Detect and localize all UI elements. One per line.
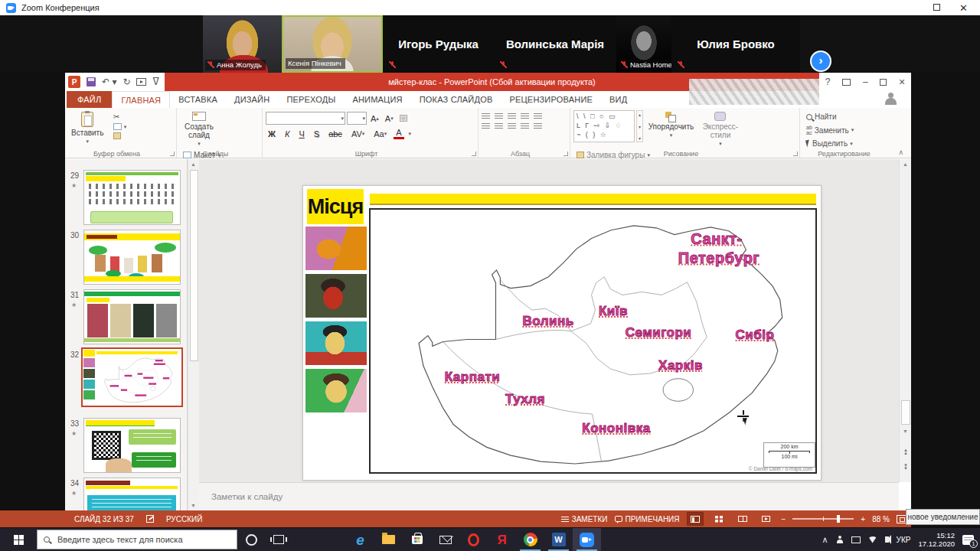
slide-thumbnail-31[interactable] — [83, 289, 181, 344]
slide-thumbnail-30[interactable] — [83, 230, 181, 285]
font-color-button[interactable]: А — [394, 128, 403, 139]
volume-icon[interactable] — [885, 536, 889, 543]
align-right-icon[interactable] — [508, 123, 516, 130]
scroll-up-icon[interactable]: ▲ — [903, 161, 908, 167]
align-left-icon[interactable] — [482, 123, 490, 130]
participant-tile-volynska[interactable]: Волинська Марія — [494, 15, 616, 73]
slide-thumbnail-34[interactable] — [83, 478, 181, 510]
save-icon[interactable] — [87, 77, 96, 86]
taskbar-app-zoom[interactable] — [573, 528, 601, 551]
taskbar-app-edge[interactable]: e — [346, 528, 374, 551]
popart-portrait-3[interactable] — [305, 321, 367, 365]
account-avatar[interactable] — [883, 93, 898, 105]
font-size-combobox[interactable]: ▾ — [347, 112, 367, 125]
change-case-button[interactable]: Aa▾ — [371, 129, 389, 139]
scroll-up-icon[interactable]: ▲ — [191, 161, 196, 167]
scroll-thumb[interactable] — [190, 170, 198, 361]
popart-portrait-1[interactable] — [305, 227, 367, 270]
action-center-icon[interactable]: 1 — [962, 535, 974, 545]
collapse-ribbon-icon[interactable]: ∧ — [898, 148, 903, 156]
line-spacing-icon[interactable] — [534, 113, 542, 120]
slide-thumbnail-33[interactable] — [83, 418, 181, 473]
paragraph-dialog-launcher[interactable] — [564, 152, 568, 156]
search-input[interactable] — [56, 534, 217, 545]
customize-qat-icon[interactable]: ᐁ — [152, 77, 158, 86]
tab-вставка[interactable]: ВСТАВКА — [170, 91, 226, 108]
notes-pane[interactable]: Заметки к слайду — [199, 482, 899, 510]
participant-tile-yulia[interactable]: Юлия Бровко — [671, 15, 800, 73]
task-view-button[interactable] — [265, 528, 292, 551]
thumbnails-scrollbar[interactable]: ▲ ▼ — [188, 159, 199, 510]
taskbar-app-mail[interactable] — [431, 528, 459, 551]
taskbar-app-yandex[interactable]: Я — [488, 528, 516, 551]
tab-дизайн[interactable]: ДИЗАЙН — [226, 91, 278, 108]
popart-portrait-4[interactable] — [305, 369, 367, 412]
next-participants-button[interactable]: › — [810, 51, 831, 72]
replace-button[interactable]: abacЗаменить▾ — [806, 125, 854, 135]
shrink-font-button[interactable]: A▾ — [383, 114, 396, 123]
show-hidden-icons[interactable]: ∧ — [822, 535, 828, 545]
participant-tile-igor[interactable]: Игорь Рудыка — [383, 15, 494, 73]
slide-sorter-view-button[interactable] — [710, 512, 727, 526]
font-name-combobox[interactable]: ▾ — [266, 112, 345, 125]
zoom-maximize-button[interactable] — [933, 4, 940, 11]
quick-styles-button[interactable]: Экспресс-стили▾ — [699, 110, 742, 148]
tab-вид[interactable]: ВИД — [601, 91, 635, 108]
notes-toggle[interactable]: ЗАМЕТКИ — [561, 515, 608, 523]
paste-button[interactable]: Вставить▾ — [68, 110, 106, 148]
language-indicator[interactable]: РУССКИЙ — [166, 515, 202, 523]
zoom-close-button[interactable]: ✕ — [959, 2, 968, 14]
participant-video-anna[interactable]: Анна Жолудь — [203, 15, 282, 73]
new-slide-button[interactable]: Создать слайд▾ — [180, 110, 218, 148]
spell-check-icon[interactable] — [146, 515, 154, 523]
wifi-icon[interactable] — [868, 536, 877, 543]
restore-icon[interactable] — [880, 79, 887, 86]
next-slide-button[interactable]: ▼▼ — [902, 464, 910, 470]
cut-button[interactable]: ✂ — [113, 112, 127, 121]
taskbar-app-word[interactable]: W — [544, 528, 573, 551]
slideshow-view-button[interactable] — [758, 512, 775, 526]
clear-formatting-button[interactable] — [397, 115, 410, 122]
start-button[interactable] — [0, 528, 37, 551]
format-painter-button[interactable] — [113, 132, 127, 139]
zoom-slider-thumb[interactable] — [837, 515, 840, 523]
clipboard-dialog-launcher[interactable] — [170, 152, 175, 156]
undo-icon[interactable]: ↶ ▾ — [102, 77, 116, 86]
tab-рецензирование[interactable]: РЕЦЕНЗИРОВАНИЕ — [501, 91, 601, 108]
zoom-out-button[interactable]: − — [782, 515, 786, 523]
decrease-indent-icon[interactable] — [508, 113, 516, 120]
scroll-down-icon[interactable]: ▼ — [903, 429, 908, 434]
tab-файл[interactable]: ФАЙЛ — [67, 91, 112, 108]
reading-view-button[interactable] — [734, 512, 751, 526]
copy-button[interactable]: ▾ — [113, 123, 127, 130]
text-shadow-button[interactable]: S — [312, 129, 322, 139]
scroll-thumb[interactable] — [901, 400, 910, 425]
justify-icon[interactable] — [521, 123, 529, 130]
slide-thumbnail-29[interactable] — [83, 170, 181, 225]
tab-переходы[interactable]: ПЕРЕХОДЫ — [278, 91, 344, 108]
underline-button[interactable]: Ч — [296, 129, 306, 139]
close-icon[interactable]: × — [899, 76, 905, 88]
tab-главная[interactable]: ГЛАВНАЯ — [112, 91, 170, 108]
tab-показ слайдов[interactable]: ПОКАЗ СЛАЙДОВ — [411, 91, 501, 108]
people-tray-icon[interactable] — [836, 536, 844, 543]
participant-video-nastia[interactable]: Nastia Homen... — [616, 15, 671, 73]
columns-icon[interactable] — [534, 123, 542, 130]
select-button[interactable]: Выделить▾ — [806, 139, 854, 148]
zoom-in-button[interactable]: + — [861, 515, 865, 523]
font-color-dropdown[interactable]: ▾ — [409, 131, 412, 137]
main-scrollbar[interactable]: ▲ ▼ ▲▲ ▼▼ — [899, 159, 911, 482]
shapes-gallery[interactable]: \ \ □ ○ ▭L Γ ⇨ ⇩ ♢~ ( ) ☆ — [573, 110, 635, 142]
shapes-gallery-scroll[interactable]: ▴▾▾ — [636, 110, 643, 142]
normal-view-button[interactable] — [687, 512, 704, 526]
align-center-icon[interactable] — [495, 123, 503, 130]
slide-thumbnail-32-selected[interactable] — [81, 347, 183, 407]
arrange-button[interactable]: Упорядочить▾ — [646, 110, 695, 148]
scroll-down-icon[interactable]: ▼ — [191, 503, 196, 508]
taskbar-app-opera[interactable] — [459, 528, 488, 551]
bold-button[interactable]: Ж — [266, 129, 278, 139]
minimize-icon[interactable]: – — [863, 77, 868, 87]
map-frame[interactable]: Санкт-ПетербургВолиньКиївСемигориСибірХа… — [369, 208, 817, 474]
taskbar-app-chrome[interactable] — [516, 528, 544, 551]
slide-yellow-bar[interactable] — [370, 194, 816, 205]
